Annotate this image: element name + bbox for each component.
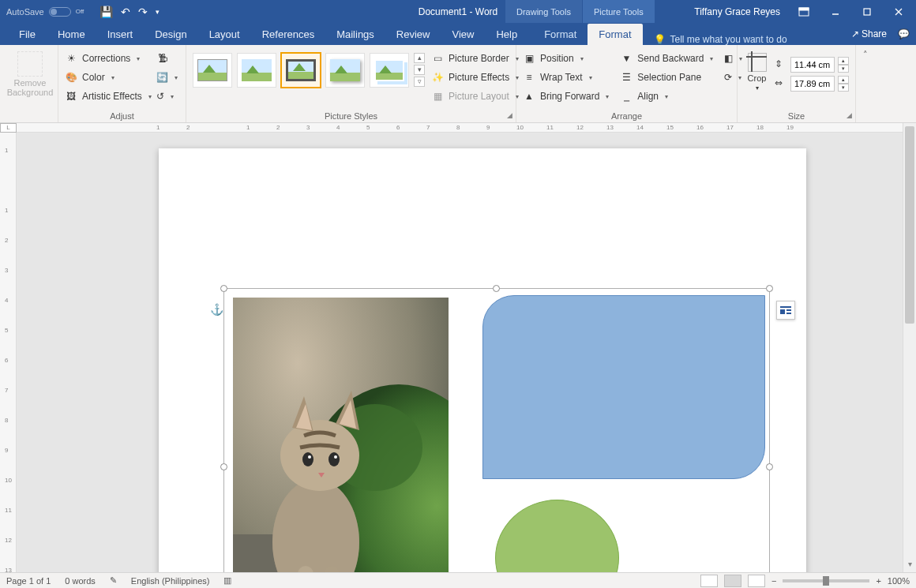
save-icon[interactable]: 💾 [99,6,113,18]
tab-mailings[interactable]: Mailings [325,24,385,45]
artistic-effects-button[interactable]: 🖼Artistic Effects▾ [65,88,152,105]
scroll-thumb[interactable] [905,126,914,324]
width-spin[interactable]: ▴▾ [838,76,849,92]
vertical-ruler[interactable]: L 112345678910111213 [0,123,17,572]
tell-me-search[interactable]: 💡 Tell me what you want to do [654,34,787,45]
status-language[interactable]: English (Philippines) [131,576,210,586]
autosave-switch-icon [49,7,71,17]
redo-icon[interactable]: ↷ [138,6,148,18]
remove-background-button[interactable]: Remove Background [6,47,54,97]
picture-border-button[interactable]: ▭Picture Border▾ [431,50,519,67]
status-macro-icon[interactable]: ▥ [223,575,231,586]
svg-rect-1 [799,8,809,10]
reset-picture-button[interactable]: ↺▾ [156,88,172,105]
tab-format-drawing[interactable]: Format [533,24,588,45]
autosave-toggle[interactable]: AutoSave Off [6,7,84,17]
status-spellcheck-icon[interactable]: ✎ [110,575,117,586]
picture-tools-tab-header: Picture Tools [583,0,655,23]
compress-pictures-button[interactable]: 🗜 [156,50,172,67]
tab-references[interactable]: References [251,24,325,45]
document-canvas[interactable]: ⚓ [17,133,903,572]
style-thumb-3[interactable] [281,53,321,88]
tab-format-picture[interactable]: Format [588,24,642,45]
reset-icon: ↺ [156,90,164,103]
height-spin[interactable]: ▴▾ [838,57,849,73]
send-backward-button[interactable]: ▼Send Backward▾ [620,50,713,67]
tab-help[interactable]: Help [485,24,528,45]
style-thumb-1[interactable] [193,53,232,88]
picture-effects-button[interactable]: ✨Picture Effects▾ [431,69,519,86]
position-button[interactable]: ▣Position▾ [523,50,609,67]
comments-icon[interactable]: 💬 [898,28,910,39]
close-icon[interactable] [886,2,911,21]
wrap-text-button[interactable]: ≡Wrap Text▾ [523,69,609,86]
picture-border-icon: ▭ [431,52,444,65]
align-button[interactable]: ⎯Align▾ [620,88,713,105]
tab-file[interactable]: File [8,24,47,45]
width-input[interactable] [790,76,835,92]
picture-styles-gallery[interactable]: ▴▾▿ [193,47,425,105]
maximize-icon[interactable] [854,2,880,21]
tab-review[interactable]: Review [385,24,441,45]
group-adjust-title: Adjust [58,111,186,121]
tab-selector[interactable]: L [0,123,17,133]
minimize-icon[interactable] [823,2,848,21]
style-thumb-2[interactable] [237,53,276,88]
bring-forward-button[interactable]: ▲Bring Forward▾ [523,88,609,105]
picture-layout-button: ▦Picture Layout▾ [431,88,519,105]
zoom-level[interactable]: 100% [888,576,910,586]
zoom-out-button[interactable]: − [771,576,776,586]
group-icon: ◧ [724,52,733,65]
selection-bounding-box[interactable] [223,288,770,572]
resize-handle-t[interactable] [493,285,500,292]
title-bar: AutoSave Off 💾 ↶ ↷ ▾ Document1 - Word Dr… [0,0,916,23]
resize-handle-tl[interactable] [220,285,227,292]
resize-handle-r[interactable] [766,463,773,470]
horizontal-ruler[interactable]: 1212345678910111213141516171819 [17,123,903,133]
change-picture-button[interactable]: 🔄▾ [156,69,172,86]
tab-layout[interactable]: Layout [198,24,251,45]
corrections-icon: ☀ [65,52,77,65]
undo-icon[interactable]: ↶ [121,6,130,18]
zoom-slider[interactable] [783,579,869,582]
tab-design[interactable]: Design [144,24,197,45]
layout-options-button[interactable] [776,301,795,320]
qat-customize-icon[interactable]: ▾ [156,8,160,16]
gallery-scroll[interactable]: ▴▾▿ [414,53,425,87]
color-button[interactable]: 🎨Color▾ [65,69,152,86]
selection-pane-label: Selection Pane [637,72,701,83]
zoom-knob[interactable] [823,576,829,586]
account-name[interactable]: Tiffany Grace Reyes [694,6,780,17]
artistic-icon: 🖼 [65,90,77,103]
picture-effects-label: Picture Effects [449,72,509,83]
crop-button[interactable]: Crop ▾ [744,53,770,92]
style-thumb-5[interactable] [370,53,409,88]
resize-handle-l[interactable] [220,463,227,470]
tab-view[interactable]: View [441,24,485,45]
view-print-layout[interactable] [724,575,741,587]
height-input[interactable] [790,57,835,73]
svg-rect-29 [786,313,791,314]
collapse-ribbon-icon[interactable]: ˄ [863,50,868,60]
ribbon-display-options-icon[interactable] [791,2,817,21]
zoom-in-button[interactable]: + [876,576,880,586]
tab-home[interactable]: Home [47,24,96,45]
view-read-mode[interactable] [700,575,718,587]
corrections-button[interactable]: ☀Corrections▾ [65,50,152,67]
picstyles-launcher-icon[interactable]: ◢ [507,111,512,119]
view-web-layout[interactable] [748,575,765,587]
style-thumb-4[interactable] [325,53,365,88]
status-words[interactable]: 0 words [65,576,96,586]
resize-handle-tr[interactable] [766,285,773,292]
height-icon: ⇕ [775,58,787,71]
share-button[interactable]: ↗ Share [851,28,887,39]
scroll-down-icon[interactable]: ▾ [903,560,916,572]
size-launcher-icon[interactable]: ◢ [847,111,852,119]
forward-icon: ▲ [523,90,535,103]
anchor-icon: ⚓ [210,303,223,316]
tab-insert[interactable]: Insert [96,24,145,45]
vertical-scrollbar[interactable]: ▴ ▾ [903,123,916,572]
selection-pane-button[interactable]: ☰Selection Pane [620,69,713,86]
status-page[interactable]: Page 1 of 1 [6,576,51,586]
autosave-label: AutoSave [6,7,44,17]
